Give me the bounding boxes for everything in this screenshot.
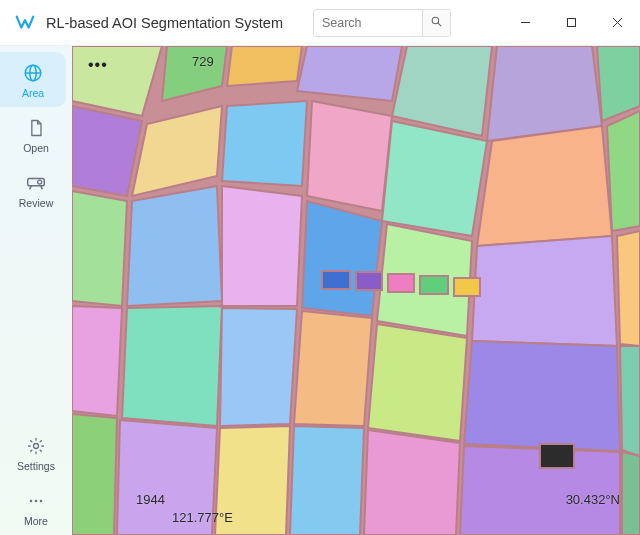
svg-marker-52	[622, 452, 640, 535]
window-controls	[502, 0, 640, 45]
sidebar-item-settings[interactable]: Settings	[0, 425, 72, 480]
map-menu-button[interactable]: •••	[88, 56, 108, 74]
sidebar-item-label: More	[24, 515, 48, 527]
close-icon	[612, 14, 623, 32]
search-icon	[430, 15, 443, 31]
svg-marker-47	[117, 420, 217, 535]
svg-point-0	[432, 17, 439, 24]
minimize-button[interactable]	[502, 0, 548, 45]
svg-rect-55	[388, 274, 414, 292]
svg-marker-45	[620, 346, 640, 456]
maximize-button[interactable]	[548, 0, 594, 45]
svg-point-13	[34, 444, 39, 449]
app-title: RL-based AOI Segmentation System	[46, 15, 283, 31]
svg-marker-48	[215, 426, 290, 535]
svg-marker-29	[382, 121, 487, 236]
svg-marker-28	[307, 101, 392, 211]
svg-marker-27	[222, 101, 307, 186]
sidebar-item-review[interactable]: Review	[0, 162, 72, 217]
search-box[interactable]	[313, 9, 451, 37]
sidebar: Area Open Review Settings	[0, 46, 72, 535]
svg-marker-30	[477, 126, 612, 246]
sidebar-item-label: Area	[22, 87, 44, 99]
maximize-icon	[566, 14, 577, 32]
gear-icon	[25, 435, 47, 457]
sidebar-item-open[interactable]: Open	[0, 107, 72, 162]
dots-icon	[25, 490, 47, 512]
svg-rect-57	[454, 278, 480, 296]
svg-marker-41	[220, 308, 297, 426]
svg-marker-44	[464, 341, 620, 451]
title-bar: RL-based AOI Segmentation System	[0, 0, 640, 46]
globe-icon	[22, 62, 44, 84]
svg-marker-21	[297, 46, 402, 101]
svg-marker-34	[222, 186, 302, 306]
projector-icon	[25, 172, 47, 194]
svg-rect-58	[540, 444, 574, 468]
segmentation-overlay	[72, 46, 640, 535]
sidebar-item-label: Open	[23, 142, 49, 154]
svg-marker-33	[127, 186, 222, 306]
sidebar-item-area[interactable]: Area	[0, 52, 66, 107]
svg-marker-35	[302, 201, 382, 316]
svg-rect-53	[322, 271, 350, 289]
sidebar-item-more[interactable]: More	[0, 480, 72, 535]
svg-marker-32	[72, 191, 127, 306]
svg-marker-43	[368, 324, 467, 441]
map-canvas[interactable]: ••• 729 1944 121.777°E 30.432°N	[72, 46, 640, 535]
svg-marker-40	[122, 306, 222, 426]
svg-marker-42	[294, 311, 372, 426]
search-input[interactable]	[314, 16, 422, 30]
sidebar-item-label: Settings	[17, 460, 55, 472]
svg-marker-20	[227, 46, 302, 86]
search-button[interactable]	[422, 10, 450, 36]
svg-marker-37	[472, 236, 617, 346]
svg-marker-50	[364, 430, 460, 535]
close-button[interactable]	[594, 0, 640, 45]
svg-marker-23	[487, 46, 602, 141]
svg-marker-38	[617, 231, 640, 346]
file-icon	[25, 117, 47, 139]
svg-marker-31	[607, 111, 640, 231]
svg-point-10	[38, 180, 42, 184]
svg-rect-3	[567, 18, 575, 26]
svg-point-14	[30, 500, 33, 503]
svg-marker-39	[72, 306, 122, 416]
svg-rect-54	[356, 272, 382, 290]
svg-point-16	[40, 500, 43, 503]
app-logo-icon	[14, 12, 36, 34]
svg-marker-49	[290, 426, 364, 535]
svg-marker-46	[72, 414, 117, 535]
svg-point-15	[35, 500, 38, 503]
svg-line-1	[438, 23, 441, 26]
minimize-icon	[520, 14, 531, 32]
svg-rect-56	[420, 276, 448, 294]
sidebar-item-label: Review	[19, 197, 53, 209]
